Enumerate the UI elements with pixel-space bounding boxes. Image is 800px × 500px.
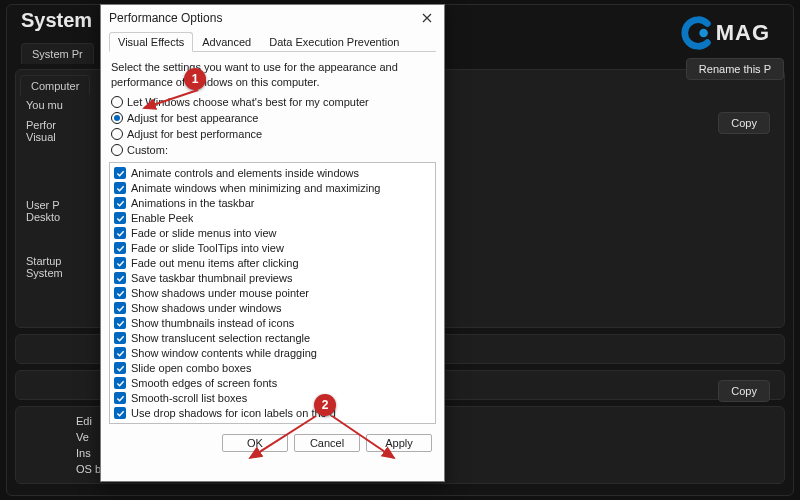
radio-label: Let Windows choose what's best for my co… [127, 96, 369, 108]
dialog-titlebar: Performance Options [101, 5, 444, 31]
radio-icon[interactable] [111, 96, 123, 108]
effect-checkbox-row[interactable]: Fade or slide ToolTips into view [114, 241, 431, 256]
checkbox-label: Animations in the taskbar [131, 196, 255, 211]
cancel-button[interactable]: Cancel [294, 434, 360, 452]
effect-checkbox-row[interactable]: Fade or slide menus into view [114, 226, 431, 241]
effect-checkbox-row[interactable]: Show thumbnails instead of icons [114, 316, 431, 331]
ok-button[interactable]: OK [222, 434, 288, 452]
checkbox-checked-icon[interactable] [114, 347, 126, 359]
radio-label: Adjust for best appearance [127, 112, 258, 124]
checkbox-checked-icon[interactable] [114, 167, 126, 179]
checkbox-checked-icon[interactable] [114, 212, 126, 224]
checkbox-label: Enable Peek [131, 211, 193, 226]
checkbox-label: Save taskbar thumbnail previews [131, 271, 292, 286]
checkbox-checked-icon[interactable] [114, 287, 126, 299]
checkbox-checked-icon[interactable] [114, 242, 126, 254]
checkbox-label: Fade or slide ToolTips into view [131, 241, 284, 256]
tab-visual-effects[interactable]: Visual Effects [109, 32, 193, 52]
radio-option-0[interactable]: Let Windows choose what's best for my co… [109, 94, 436, 110]
checkbox-label: Smooth-scroll list boxes [131, 391, 247, 406]
radio-option-3[interactable]: Custom: [109, 142, 436, 158]
tab-dep[interactable]: Data Execution Prevention [260, 32, 408, 52]
radio-icon[interactable] [111, 112, 123, 124]
radio-label: Adjust for best performance [127, 128, 262, 140]
close-icon[interactable] [416, 9, 438, 27]
checkbox-checked-icon[interactable] [114, 257, 126, 269]
cmag-logo: MAG [677, 14, 770, 52]
effect-checkbox-row[interactable]: Smooth edges of screen fonts [114, 376, 431, 391]
effect-checkbox-row[interactable]: Show window contents while dragging [114, 346, 431, 361]
checkbox-label: Use drop shadows for icon labels on the … [131, 406, 336, 421]
radio-icon[interactable] [111, 144, 123, 156]
checkbox-checked-icon[interactable] [114, 182, 126, 194]
checkbox-label: Animate windows when minimizing and maxi… [131, 181, 380, 196]
effect-checkbox-row[interactable]: Use drop shadows for icon labels on the … [114, 406, 431, 421]
tab-computer-name[interactable]: Computer [20, 75, 90, 96]
checkbox-checked-icon[interactable] [114, 317, 126, 329]
checkbox-label: Show thumbnails instead of icons [131, 316, 294, 331]
checkbox-label: Show shadows under mouse pointer [131, 286, 309, 301]
effect-checkbox-row[interactable]: Animations in the taskbar [114, 196, 431, 211]
checkbox-label: Animate controls and elements inside win… [131, 166, 359, 181]
effect-checkbox-row[interactable]: Slide open combo boxes [114, 361, 431, 376]
radio-icon[interactable] [111, 128, 123, 140]
radio-group: Let Windows choose what's best for my co… [109, 94, 436, 158]
radio-label: Custom: [127, 144, 168, 156]
effect-checkbox-row[interactable]: Animate windows when minimizing and maxi… [114, 181, 431, 196]
checkbox-label: Fade or slide menus into view [131, 226, 277, 241]
checkbox-label: Show translucent selection rectangle [131, 331, 310, 346]
checkbox-checked-icon[interactable] [114, 227, 126, 239]
effect-checkbox-row[interactable]: Show translucent selection rectangle [114, 331, 431, 346]
effect-checkbox-row[interactable]: Smooth-scroll list boxes [114, 391, 431, 406]
effect-checkbox-row[interactable]: Show shadows under mouse pointer [114, 286, 431, 301]
annotation-marker-2: 2 [314, 394, 336, 416]
checkbox-label: Smooth edges of screen fonts [131, 376, 277, 391]
checkbox-checked-icon[interactable] [114, 407, 126, 419]
performance-options-dialog: Performance Options Visual Effects Advan… [100, 4, 445, 482]
radio-option-1[interactable]: Adjust for best appearance [109, 110, 436, 126]
logo-text: MAG [716, 20, 770, 46]
checkbox-label: Slide open combo boxes [131, 361, 251, 376]
checkbox-checked-icon[interactable] [114, 377, 126, 389]
effect-checkbox-row[interactable]: Save taskbar thumbnail previews [114, 271, 431, 286]
annotation-marker-1: 1 [184, 68, 206, 90]
effect-checkbox-row[interactable]: Enable Peek [114, 211, 431, 226]
tab-advanced[interactable]: Advanced [193, 32, 260, 52]
checkbox-label: Show window contents while dragging [131, 346, 317, 361]
logo-c-icon [677, 14, 715, 52]
copy-button-2[interactable]: Copy [718, 380, 770, 402]
effects-checkbox-list[interactable]: Animate controls and elements inside win… [109, 162, 436, 424]
checkbox-checked-icon[interactable] [114, 197, 126, 209]
checkbox-checked-icon[interactable] [114, 332, 126, 344]
effect-checkbox-row[interactable]: Fade out menu items after clicking [114, 256, 431, 271]
checkbox-checked-icon[interactable] [114, 272, 126, 284]
checkbox-checked-icon[interactable] [114, 362, 126, 374]
effect-checkbox-row[interactable]: Show shadows under windows [114, 301, 431, 316]
apply-button[interactable]: Apply [366, 434, 432, 452]
checkbox-label: Show shadows under windows [131, 301, 281, 316]
dialog-title: Performance Options [109, 11, 222, 25]
dialog-description: Select the settings you want to use for … [109, 52, 436, 94]
copy-button[interactable]: Copy [718, 112, 770, 134]
tab-system-properties[interactable]: System Pr [21, 43, 94, 64]
rename-pc-button[interactable]: Rename this P [686, 58, 784, 80]
checkbox-label: Fade out menu items after clicking [131, 256, 299, 271]
svg-point-0 [699, 29, 708, 38]
radio-option-2[interactable]: Adjust for best performance [109, 126, 436, 142]
checkbox-checked-icon[interactable] [114, 302, 126, 314]
effect-checkbox-row[interactable]: Animate controls and elements inside win… [114, 166, 431, 181]
dialog-tabs: Visual Effects Advanced Data Execution P… [109, 31, 436, 52]
checkbox-checked-icon[interactable] [114, 392, 126, 404]
